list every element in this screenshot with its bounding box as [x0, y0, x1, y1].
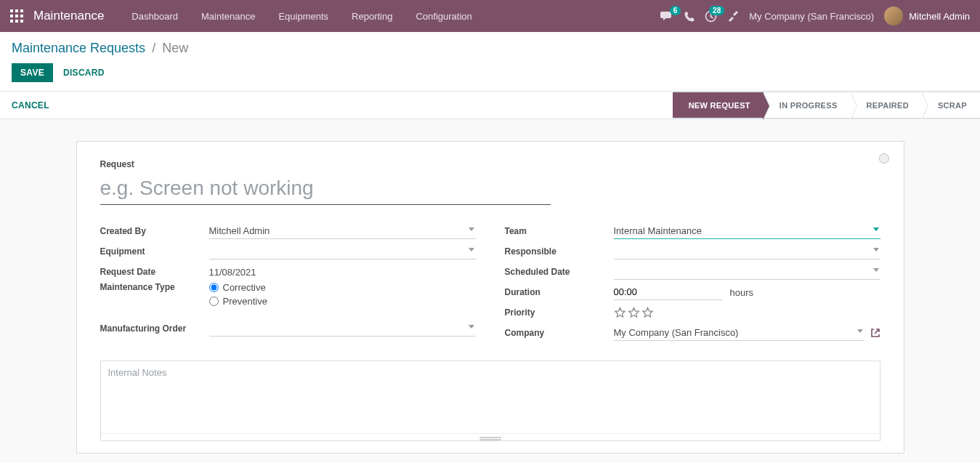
control-panel: Maintenance Requests / New SAVE DISCARD [0, 32, 980, 92]
nav-equipments[interactable]: Equipments [268, 5, 339, 28]
resize-handle-icon[interactable] [101, 433, 880, 440]
duration-unit: hours [730, 287, 754, 298]
kanban-state-icon[interactable] [879, 153, 889, 164]
statusbar: NEW REQUEST IN PROGRESS REPAIRED SCRAP [673, 92, 980, 118]
responsible-input[interactable] [614, 243, 880, 259]
duration-label: Duration [505, 287, 614, 297]
activities-badge: 28 [709, 6, 724, 15]
brand-title: Maintenance [33, 9, 104, 23]
internal-notes-input[interactable] [101, 361, 880, 431]
company-input[interactable] [614, 325, 864, 341]
radio-preventive[interactable] [209, 297, 219, 306]
request-input[interactable] [100, 174, 551, 205]
star-icon[interactable] [628, 307, 640, 319]
avatar [884, 7, 903, 25]
priority-label: Priority [505, 307, 614, 318]
duration-input[interactable] [614, 284, 723, 300]
tools-icon[interactable] [727, 10, 739, 22]
manufacturing-order-label: Manufacturing Order [100, 323, 209, 334]
status-row: CANCEL NEW REQUEST IN PROGRESS REPAIRED … [0, 92, 980, 119]
user-menu[interactable]: Mitchell Admin [884, 7, 970, 25]
status-repaired[interactable]: REPAIRED [851, 92, 922, 118]
internal-notes-box [100, 361, 880, 441]
maintenance-type-label: Maintenance Type [100, 282, 209, 292]
nav-maintenance[interactable]: Maintenance [191, 5, 265, 28]
breadcrumb-current: New [162, 41, 188, 55]
top-navbar: Maintenance Dashboard Maintenance Equipm… [0, 0, 980, 32]
phone-icon[interactable] [684, 11, 694, 22]
nav-configuration[interactable]: Configuration [405, 5, 482, 28]
team-label: Team [505, 226, 614, 236]
company-switcher[interactable]: My Company (San Francisco) [749, 11, 874, 22]
equipment-input[interactable] [209, 243, 476, 259]
discard-button[interactable]: DISCARD [60, 63, 108, 82]
messages-icon[interactable]: 6 [660, 10, 673, 22]
save-button[interactable]: SAVE [12, 63, 53, 82]
star-icon[interactable] [614, 307, 626, 319]
equipment-label: Equipment [100, 246, 209, 257]
radio-corrective[interactable] [209, 283, 219, 292]
request-date-value: 11/08/2021 [209, 267, 256, 278]
scheduled-date-input[interactable] [614, 264, 880, 280]
priority-stars [614, 307, 880, 319]
responsible-label: Responsible [505, 246, 614, 257]
user-name: Mitchell Admin [909, 11, 970, 22]
company-label: Company [505, 328, 614, 338]
request-label: Request [100, 159, 880, 169]
breadcrumb-parent[interactable]: Maintenance Requests [12, 41, 145, 55]
apps-icon[interactable] [10, 9, 23, 23]
nav-menu: Dashboard Maintenance Equipments Reporti… [121, 5, 482, 28]
radio-corrective-label[interactable]: Corrective [223, 282, 266, 293]
status-scrap[interactable]: SCRAP [922, 92, 980, 118]
status-new-request[interactable]: NEW REQUEST [673, 92, 764, 118]
activities-icon[interactable]: 28 [705, 10, 717, 23]
created-by-input[interactable] [209, 223, 476, 239]
manufacturing-order-input[interactable] [209, 321, 476, 337]
form-sheet: Request Created By Equipment [76, 141, 904, 454]
scheduled-date-label: Scheduled Date [505, 267, 614, 277]
messages-badge: 6 [670, 6, 681, 15]
breadcrumb: Maintenance Requests / New [12, 41, 968, 56]
nav-reporting[interactable]: Reporting [341, 5, 402, 28]
team-input[interactable] [614, 223, 880, 239]
star-icon[interactable] [641, 307, 654, 319]
created-by-label: Created By [100, 226, 209, 236]
nav-dashboard[interactable]: Dashboard [121, 5, 188, 28]
cancel-button[interactable]: CANCEL [12, 100, 49, 110]
status-in-progress[interactable]: IN PROGRESS [764, 92, 851, 118]
radio-preventive-label[interactable]: Preventive [223, 296, 267, 307]
request-date-label: Request Date [100, 267, 209, 277]
external-link-icon[interactable] [870, 328, 880, 338]
